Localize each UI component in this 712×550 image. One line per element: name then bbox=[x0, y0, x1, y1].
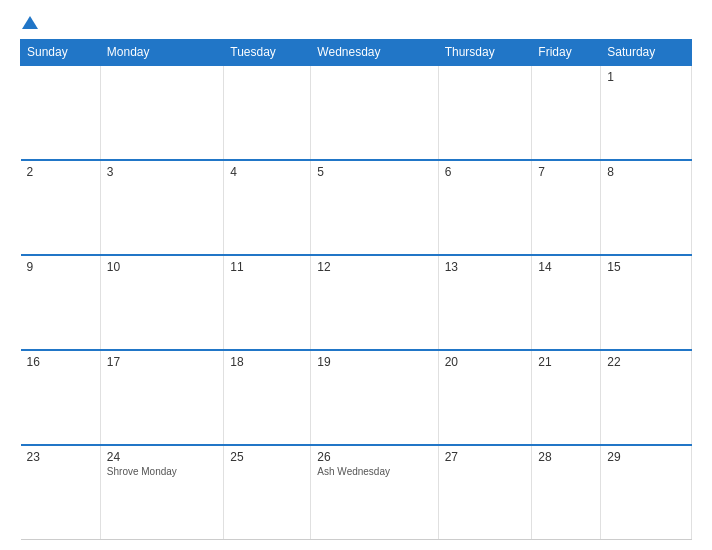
day-cell: 1 bbox=[601, 65, 692, 160]
day-cell: 2 bbox=[21, 160, 101, 255]
day-number: 27 bbox=[445, 450, 526, 464]
day-number: 6 bbox=[445, 165, 526, 179]
day-number: 11 bbox=[230, 260, 304, 274]
day-header-monday: Monday bbox=[100, 40, 223, 66]
day-cell: 25 bbox=[224, 445, 311, 540]
day-cell: 19 bbox=[311, 350, 438, 445]
week-row-1: 1 bbox=[21, 65, 692, 160]
day-number: 17 bbox=[107, 355, 217, 369]
day-header-sunday: Sunday bbox=[21, 40, 101, 66]
week-row-3: 9101112131415 bbox=[21, 255, 692, 350]
day-cell bbox=[100, 65, 223, 160]
logo bbox=[20, 18, 38, 31]
day-number: 1 bbox=[607, 70, 685, 84]
logo-triangle-icon bbox=[22, 16, 38, 29]
day-header-friday: Friday bbox=[532, 40, 601, 66]
day-header-thursday: Thursday bbox=[438, 40, 532, 66]
day-number: 22 bbox=[607, 355, 685, 369]
calendar-page: SundayMondayTuesdayWednesdayThursdayFrid… bbox=[0, 0, 712, 550]
day-cell: 16 bbox=[21, 350, 101, 445]
day-number: 12 bbox=[317, 260, 431, 274]
day-cell: 17 bbox=[100, 350, 223, 445]
day-number: 23 bbox=[27, 450, 94, 464]
day-cell: 28 bbox=[532, 445, 601, 540]
day-cell: 27 bbox=[438, 445, 532, 540]
day-cell: 4 bbox=[224, 160, 311, 255]
day-cell: 24Shrove Monday bbox=[100, 445, 223, 540]
day-cell: 6 bbox=[438, 160, 532, 255]
day-cell bbox=[438, 65, 532, 160]
day-number: 16 bbox=[27, 355, 94, 369]
day-cell: 20 bbox=[438, 350, 532, 445]
day-header-tuesday: Tuesday bbox=[224, 40, 311, 66]
day-number: 8 bbox=[607, 165, 685, 179]
day-number: 4 bbox=[230, 165, 304, 179]
day-number: 29 bbox=[607, 450, 685, 464]
day-number: 3 bbox=[107, 165, 217, 179]
day-cell: 14 bbox=[532, 255, 601, 350]
day-cell: 29 bbox=[601, 445, 692, 540]
day-number: 5 bbox=[317, 165, 431, 179]
day-header-saturday: Saturday bbox=[601, 40, 692, 66]
day-number: 13 bbox=[445, 260, 526, 274]
day-cell bbox=[224, 65, 311, 160]
calendar-header bbox=[20, 18, 692, 31]
day-cell: 8 bbox=[601, 160, 692, 255]
day-cell: 21 bbox=[532, 350, 601, 445]
day-cell bbox=[532, 65, 601, 160]
day-cell: 13 bbox=[438, 255, 532, 350]
day-cell: 15 bbox=[601, 255, 692, 350]
day-number: 20 bbox=[445, 355, 526, 369]
day-number: 19 bbox=[317, 355, 431, 369]
day-number: 15 bbox=[607, 260, 685, 274]
event-label: Ash Wednesday bbox=[317, 466, 431, 477]
day-cell: 18 bbox=[224, 350, 311, 445]
week-row-4: 16171819202122 bbox=[21, 350, 692, 445]
week-row-5: 2324Shrove Monday2526Ash Wednesday272829 bbox=[21, 445, 692, 540]
day-cell: 23 bbox=[21, 445, 101, 540]
day-number: 10 bbox=[107, 260, 217, 274]
day-cell: 12 bbox=[311, 255, 438, 350]
day-number: 25 bbox=[230, 450, 304, 464]
day-cell: 22 bbox=[601, 350, 692, 445]
day-cell: 11 bbox=[224, 255, 311, 350]
day-cell: 26Ash Wednesday bbox=[311, 445, 438, 540]
day-number: 9 bbox=[27, 260, 94, 274]
day-cell: 10 bbox=[100, 255, 223, 350]
event-label: Shrove Monday bbox=[107, 466, 217, 477]
day-cell bbox=[21, 65, 101, 160]
day-cell: 5 bbox=[311, 160, 438, 255]
day-number: 2 bbox=[27, 165, 94, 179]
day-cell bbox=[311, 65, 438, 160]
week-row-2: 2345678 bbox=[21, 160, 692, 255]
day-number: 21 bbox=[538, 355, 594, 369]
day-header-row: SundayMondayTuesdayWednesdayThursdayFrid… bbox=[21, 40, 692, 66]
day-cell: 9 bbox=[21, 255, 101, 350]
calendar-table: SundayMondayTuesdayWednesdayThursdayFrid… bbox=[20, 39, 692, 540]
day-cell: 7 bbox=[532, 160, 601, 255]
day-number: 18 bbox=[230, 355, 304, 369]
day-header-wednesday: Wednesday bbox=[311, 40, 438, 66]
day-cell: 3 bbox=[100, 160, 223, 255]
day-number: 24 bbox=[107, 450, 217, 464]
day-number: 26 bbox=[317, 450, 431, 464]
day-number: 14 bbox=[538, 260, 594, 274]
day-number: 7 bbox=[538, 165, 594, 179]
day-number: 28 bbox=[538, 450, 594, 464]
